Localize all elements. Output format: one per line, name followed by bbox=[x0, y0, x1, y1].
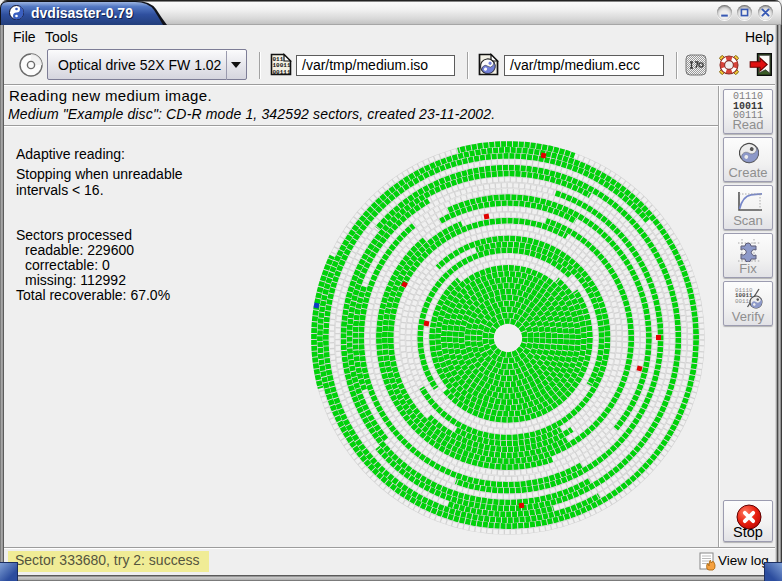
svg-text:00111: 00111 bbox=[273, 69, 291, 76]
